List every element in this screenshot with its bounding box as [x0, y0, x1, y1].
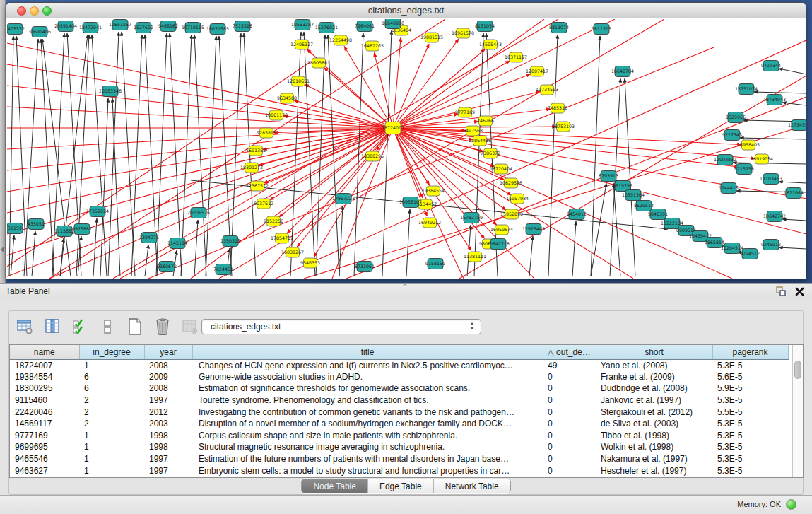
- network-node[interactable]: 19384554: [422, 186, 445, 196]
- table-cell[interactable]: Tourette syndrome. Phenomenology and cla…: [192, 395, 543, 407]
- network-node[interactable]: 1115682: [54, 226, 74, 237]
- network-node[interactable]: 10861170: [265, 110, 288, 120]
- network-node[interactable]: 39159: [7, 223, 23, 234]
- table-cell[interactable]: 1997: [144, 453, 192, 465]
- network-node[interactable]: 10642742: [763, 211, 786, 222]
- network-node[interactable]: 10958107: [399, 197, 422, 208]
- table-cell[interactable]: Investigating the contribution of common…: [192, 406, 543, 418]
- network-node[interactable]: 9046391: [648, 209, 668, 220]
- network-node[interactable]: 3811305: [592, 24, 611, 35]
- table-cell[interactable]: 1: [79, 453, 144, 465]
- network-node[interactable]: 11381111: [464, 252, 486, 262]
- network-node[interactable]: 16782759: [460, 213, 483, 223]
- table-cell[interactable]: Nakamura et al. (1997): [596, 453, 712, 465]
- table-cell[interactable]: 1: [79, 359, 144, 371]
- network-canvas[interactable]: 1240632718605861126106519634508108611709…: [7, 19, 806, 279]
- table-row[interactable]: 911546021997Tourette syndrome. Phenomeno…: [10, 395, 788, 407]
- network-node[interactable]: 16671585: [206, 24, 229, 35]
- table-row[interactable]: 1456911722003Disruption of a novel membe…: [10, 418, 788, 430]
- table-cell[interactable]: 5.3E-5: [712, 359, 788, 371]
- network-node[interactable]: 9975887: [72, 224, 92, 235]
- table-cell[interactable]: 1: [79, 430, 144, 442]
- table-cell[interactable]: 0: [543, 465, 596, 477]
- table-cell[interactable]: Jankovic et al. (1997): [596, 395, 712, 407]
- table-cell[interactable]: 9115460: [10, 395, 79, 407]
- network-node[interactable]: 16949212: [418, 218, 441, 228]
- table-cell[interactable]: 9699695: [10, 441, 79, 453]
- network-node[interactable]: 1145194: [167, 238, 187, 249]
- table-cell[interactable]: Structural magnetic resonance image aver…: [192, 441, 543, 453]
- column-header-in-degree[interactable]: in_degree: [79, 345, 144, 359]
- network-node[interactable]: 18734943: [763, 95, 786, 105]
- table-selector-dropdown[interactable]: citations_edges.txt: [201, 319, 481, 334]
- network-view-window[interactable]: citations_edges.txt 12406327186058611261…: [6, 2, 806, 279]
- table-cell[interactable]: 1997: [144, 465, 192, 477]
- network-node[interactable]: 18472941: [79, 23, 102, 33]
- table-cell[interactable]: 0: [543, 406, 596, 418]
- network-node[interactable]: 20591404: [54, 21, 77, 32]
- table-row[interactable]: 1830029562008Estimation of significance …: [10, 382, 788, 395]
- network-node[interactable]: 20206576: [187, 208, 210, 218]
- panel-resize-grip[interactable]: [401, 284, 408, 288]
- column-header-name[interactable]: name: [10, 345, 79, 359]
- network-node[interactable]: 12923448: [522, 224, 545, 235]
- table-row[interactable]: 1872400712008Changes of HCN gene express…: [10, 359, 788, 371]
- table-cell[interactable]: 2012: [144, 406, 192, 418]
- network-node[interactable]: 9634508: [277, 93, 297, 103]
- table-row[interactable]: 1938455462009Genome-wide association stu…: [10, 371, 788, 383]
- network-node[interactable]: 9466162: [158, 21, 178, 32]
- table-cell[interactable]: 9463627: [10, 465, 79, 477]
- network-node[interactable]: 15958405: [737, 140, 760, 150]
- table-cell[interactable]: 5.3E-5: [712, 430, 788, 442]
- network-node[interactable]: 18605861: [307, 58, 330, 68]
- table-cell[interactable]: 1: [79, 441, 144, 453]
- table-cell[interactable]: 14569117: [10, 418, 79, 430]
- table-cell[interactable]: Wolkin et al. (1998): [596, 441, 712, 453]
- table-cell[interactable]: 5.3E-5: [712, 418, 788, 430]
- table-cell[interactable]: 5.3E-5: [712, 395, 788, 407]
- network-node[interactable]: 7624451: [213, 264, 233, 275]
- network-node[interactable]: 15751074: [735, 84, 758, 95]
- table-cell[interactable]: 2003: [144, 418, 192, 430]
- column-header-out-de-[interactable]: △ out_de…: [543, 345, 596, 359]
- network-node[interactable]: 1621064: [784, 188, 804, 199]
- network-node[interactable]: 9294512: [740, 249, 760, 259]
- table-cell[interactable]: 9465546: [10, 453, 79, 465]
- network-node[interactable]: 15957984: [506, 194, 529, 204]
- table-cell[interactable]: 2009: [144, 371, 192, 383]
- table-cell[interactable]: Yano et al. (2008): [596, 359, 712, 371]
- table-cell[interactable]: 2008: [144, 359, 192, 371]
- network-node[interactable]: 10719155: [182, 23, 204, 33]
- table-row[interactable]: 969969511998Structural magnetic resonanc…: [10, 441, 788, 453]
- network-node[interactable]: 7386372: [481, 148, 500, 158]
- network-node[interactable]: 746266: [477, 116, 494, 126]
- network-node[interactable]: 9158159: [425, 259, 445, 269]
- network-node[interactable]: 16640910: [382, 19, 404, 29]
- table-cell[interactable]: 1998: [144, 441, 192, 453]
- table-cell[interactable]: Hescheler et al. (1997): [596, 465, 712, 477]
- scrollbar-thumb[interactable]: [794, 361, 801, 379]
- network-node[interactable]: 10391364: [622, 190, 645, 201]
- table-cell[interactable]: Genome-wide association studies in ADHD.: [192, 371, 543, 383]
- network-node[interactable]: 12406327: [290, 40, 313, 49]
- table-cell[interactable]: 2: [79, 406, 144, 418]
- table-row[interactable]: 946554611997Estimation of the future num…: [10, 453, 788, 465]
- column-header-title[interactable]: title: [192, 345, 543, 359]
- network-node[interactable]: 1527602: [134, 23, 153, 33]
- network-node[interactable]: 17854751: [271, 233, 293, 243]
- side-panel-collapse-strip[interactable]: [0, 0, 6, 283]
- table-cell[interactable]: Embryonic stem cells: a model to study s…: [192, 465, 543, 477]
- table-cell[interactable]: 6: [79, 382, 144, 395]
- float-panel-icon[interactable]: [775, 286, 787, 297]
- table-cell[interactable]: 2: [79, 395, 144, 407]
- new-table-button[interactable]: [126, 317, 144, 336]
- network-node[interactable]: 19081515: [420, 33, 443, 42]
- table-cell[interactable]: 5.3E-5: [712, 465, 788, 477]
- table-cell[interactable]: Corpus callosum shape and size in male p…: [192, 430, 543, 442]
- network-node[interactable]: 7691358: [246, 146, 266, 156]
- network-node[interactable]: 7485310: [548, 103, 567, 113]
- network-hub-node[interactable]: 18724007: [382, 122, 404, 134]
- table-cell[interactable]: 2: [79, 418, 144, 430]
- table-cell[interactable]: 0: [543, 371, 596, 383]
- network-node[interactable]: 8733061: [355, 262, 375, 272]
